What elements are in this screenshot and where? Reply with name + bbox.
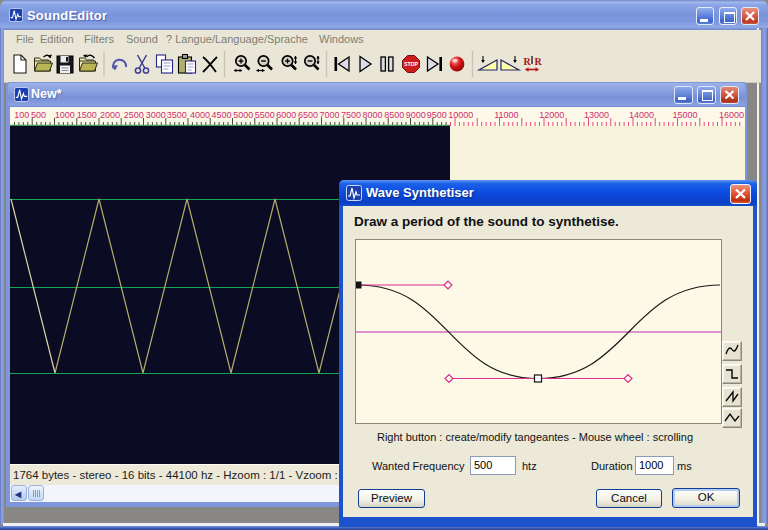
- svg-text:1500: 1500: [77, 110, 97, 120]
- svg-text:100: 100: [14, 110, 29, 120]
- svg-text:7000: 7000: [320, 110, 340, 120]
- svg-text:8000: 8000: [363, 110, 383, 120]
- svg-text:5000: 5000: [233, 110, 253, 120]
- svg-text:6000: 6000: [276, 110, 296, 120]
- svg-text:7500: 7500: [341, 110, 361, 120]
- svg-text:13000: 13000: [584, 110, 609, 120]
- svg-text:1000: 1000: [55, 110, 75, 120]
- svg-text:12000: 12000: [539, 110, 564, 120]
- svg-text:15000: 15000: [673, 110, 698, 120]
- svg-text:10000: 10000: [448, 110, 473, 120]
- svg-text:3500: 3500: [167, 110, 187, 120]
- svg-text:2500: 2500: [124, 110, 144, 120]
- svg-text:14000: 14000: [629, 110, 654, 120]
- svg-text:5500: 5500: [255, 110, 275, 120]
- svg-text:8500: 8500: [384, 110, 404, 120]
- svg-text:2000: 2000: [100, 110, 120, 120]
- svg-text:4000: 4000: [190, 110, 210, 120]
- svg-text:6500: 6500: [298, 110, 318, 120]
- svg-text:R: R: [524, 56, 532, 67]
- svg-text:STOP: STOP: [404, 61, 419, 67]
- svg-text:4500: 4500: [212, 110, 232, 120]
- svg-text:R: R: [535, 56, 543, 67]
- svg-text:500: 500: [31, 110, 46, 120]
- svg-text:16000: 16000: [719, 110, 744, 120]
- svg-text:11000: 11000: [494, 110, 518, 120]
- svg-text:9000: 9000: [406, 110, 426, 120]
- svg-text:3000: 3000: [146, 110, 166, 120]
- svg-text:9500: 9500: [427, 110, 447, 120]
